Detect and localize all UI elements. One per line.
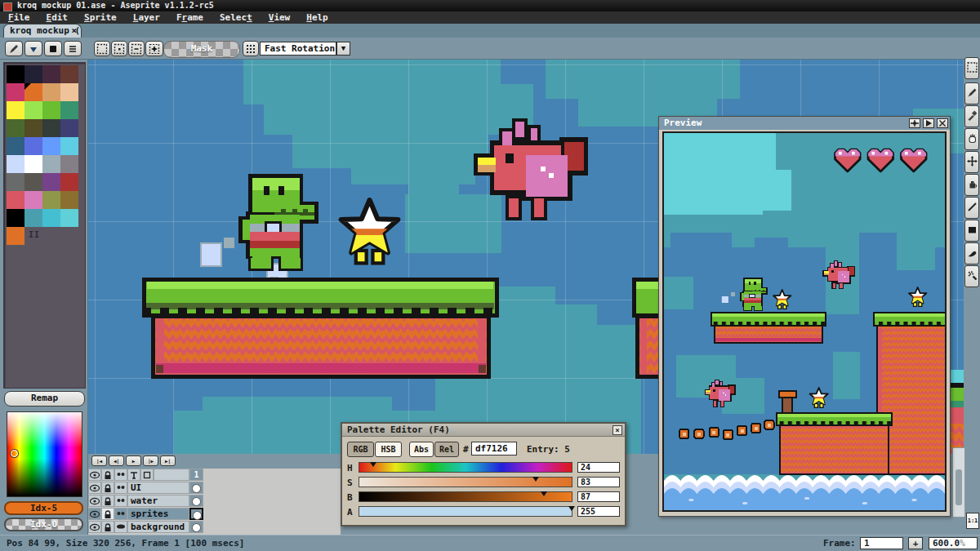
- palette-swatch-25[interactable]: [24, 173, 42, 191]
- slider-value-H[interactable]: 24: [577, 462, 620, 473]
- slider-handle-H[interactable]: [370, 462, 376, 467]
- tool-line[interactable]: [964, 197, 979, 219]
- one-to-one-zoom-button[interactable]: 1:1: [966, 513, 979, 529]
- layer-UI-cels-icon[interactable]: [114, 482, 127, 494]
- palette-swatch-28[interactable]: [7, 191, 24, 209]
- rotation-algorithm-select[interactable]: Fast Rotation: [260, 42, 336, 56]
- playback-prev-frame[interactable]: ◀|: [109, 455, 124, 466]
- layer-sprites-lock-icon[interactable]: [101, 508, 114, 520]
- pencil-option-button[interactable]: [5, 41, 23, 56]
- canvas-scrollbar[interactable]: [952, 447, 965, 518]
- header-frame-icon[interactable]: [140, 469, 154, 481]
- palette-swatch-27[interactable]: [60, 173, 78, 191]
- tool-pencil[interactable]: [964, 82, 979, 104]
- layer-row-background[interactable]: background: [88, 521, 341, 534]
- cel-UI-frame1[interactable]: [189, 482, 203, 494]
- slider-value-B[interactable]: 87: [577, 491, 620, 502]
- palette-swatch-20[interactable]: [7, 155, 24, 173]
- palette-swatch-35[interactable]: [60, 209, 78, 227]
- layer-name-background[interactable]: background: [127, 521, 189, 533]
- tool-paint-bucket[interactable]: [964, 174, 979, 196]
- add-frame-button[interactable]: +: [908, 537, 923, 549]
- foreground-color-button[interactable]: Idx-5: [4, 501, 83, 515]
- arrow-down-button[interactable]: [24, 41, 42, 56]
- tool-hand[interactable]: [964, 128, 979, 150]
- frame-number-input[interactable]: 1: [860, 537, 903, 549]
- tool-rectangle[interactable]: [964, 220, 979, 242]
- cel-water-frame1[interactable]: [189, 495, 203, 507]
- menu-lines-button[interactable]: [64, 41, 82, 56]
- slider-handle-A[interactable]: [568, 506, 575, 511]
- preview-center-button[interactable]: [909, 118, 920, 128]
- tab-close-icon[interactable]: ×: [71, 24, 77, 38]
- layer-row-UI[interactable]: UI: [88, 482, 341, 495]
- layer-background-cels-icon[interactable]: [114, 521, 127, 533]
- menu-item-edit[interactable]: Edit: [38, 11, 77, 24]
- rgb-mode-button[interactable]: RGB: [347, 442, 374, 457]
- menu-item-help[interactable]: Help: [298, 11, 336, 24]
- palette-swatch-11[interactable]: [60, 101, 78, 119]
- palette-swatch-30[interactable]: [42, 191, 60, 209]
- palette-swatch-1[interactable]: [24, 65, 42, 83]
- preview-play-icon[interactable]: [923, 118, 934, 128]
- layer-sprites-eye-icon[interactable]: [88, 508, 101, 520]
- palette-swatch-19[interactable]: [60, 137, 78, 155]
- preview-close-icon[interactable]: [937, 118, 948, 128]
- tool-move[interactable]: [964, 151, 979, 173]
- layer-sprites-cels-icon[interactable]: [114, 508, 127, 520]
- header-cels-icon[interactable]: [114, 469, 127, 481]
- palette-swatch-23[interactable]: [60, 155, 78, 173]
- preview-title-bar[interactable]: Preview: [659, 117, 950, 130]
- grid-settings-button[interactable]: [243, 41, 259, 56]
- layer-water-lock-icon[interactable]: [101, 495, 114, 507]
- hsb-mode-button[interactable]: HSB: [375, 442, 402, 457]
- slider-track-A[interactable]: [359, 506, 572, 517]
- palette-swatch-36[interactable]: [7, 227, 24, 245]
- header-eye-icon[interactable]: [88, 469, 101, 481]
- palette-swatch-22[interactable]: [42, 155, 60, 173]
- palette-swatch-29[interactable]: [24, 191, 42, 209]
- palette-swatch-12[interactable]: [7, 119, 24, 137]
- header-thumb-icon[interactable]: [127, 469, 140, 481]
- palette-swatch-0[interactable]: [7, 65, 24, 83]
- slider-value-S[interactable]: 83: [577, 477, 620, 487]
- menu-item-layer[interactable]: Layer: [125, 11, 168, 24]
- frame-header-1[interactable]: 1: [189, 469, 203, 481]
- scrollbar-handle[interactable]: [956, 469, 962, 505]
- menu-item-file[interactable]: File: [0, 11, 38, 24]
- playback-last-frame[interactable]: ▶|: [160, 455, 176, 466]
- header-lock-icon[interactable]: [101, 469, 114, 481]
- background-color-button[interactable]: Idx-0: [4, 518, 83, 531]
- layer-background-lock-icon[interactable]: [101, 521, 114, 533]
- layer-UI-lock-icon[interactable]: [101, 482, 114, 494]
- selection-replace-button[interactable]: [94, 41, 110, 56]
- selection-add-button[interactable]: [111, 41, 127, 56]
- palette-swatch-4[interactable]: [7, 83, 24, 101]
- playback-next-frame[interactable]: |▶: [143, 455, 158, 466]
- menu-item-sprite[interactable]: Sprite: [76, 11, 125, 24]
- layer-name-water[interactable]: water: [127, 495, 189, 507]
- tab-kroq-mockup[interactable]: kroq mockup ( ×: [3, 24, 82, 38]
- layer-name-sprites[interactable]: sprites: [127, 508, 189, 520]
- slider-track-B[interactable]: [359, 491, 572, 502]
- menu-item-view[interactable]: View: [261, 11, 299, 24]
- tool-marquee[interactable]: [964, 57, 979, 79]
- selection-subtract-button[interactable]: [128, 41, 145, 56]
- palette-swatch-32[interactable]: [7, 209, 24, 227]
- layer-water-eye-icon[interactable]: [88, 495, 101, 507]
- magic-selection-button[interactable]: [145, 41, 163, 56]
- palette-swatch-6[interactable]: [42, 83, 60, 101]
- palette-swatch-34[interactable]: [42, 209, 60, 227]
- rotation-dropdown-arrow[interactable]: ▼: [336, 42, 350, 56]
- palette-swatch-26[interactable]: [42, 173, 60, 191]
- tool-spray[interactable]: [964, 265, 979, 287]
- palette-swatch-5[interactable]: [24, 83, 42, 101]
- remap-button[interactable]: Remap: [4, 391, 85, 407]
- dialog-title[interactable]: Palette Editor (F4): [342, 424, 625, 437]
- layer-name-UI[interactable]: UI: [127, 482, 189, 494]
- tool-eyedropper[interactable]: [964, 105, 979, 127]
- palette-swatch-16[interactable]: [7, 137, 24, 155]
- palette-swatch-2[interactable]: [42, 65, 60, 83]
- playback-first-frame[interactable]: |◀: [91, 455, 107, 466]
- palette-swatch-3[interactable]: [60, 65, 78, 83]
